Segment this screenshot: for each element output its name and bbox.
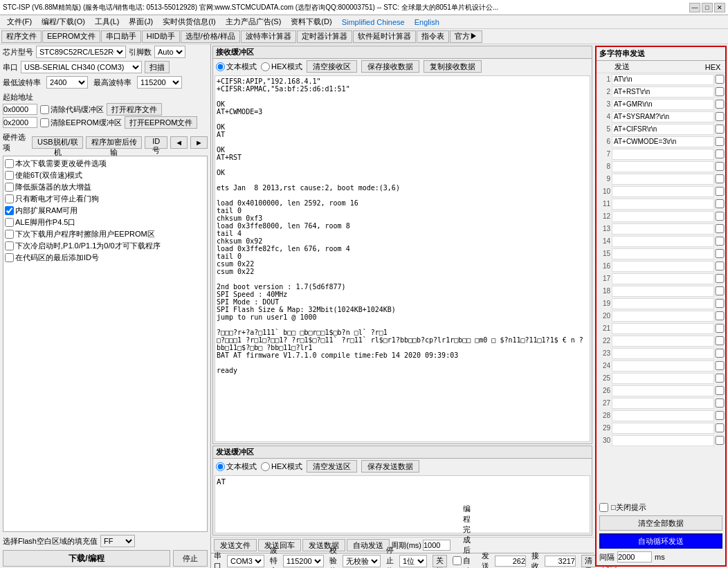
send-text-mode-radio[interactable]	[216, 462, 225, 471]
stop-button[interactable]: 停止	[173, 550, 208, 567]
hw-id-button[interactable]: ID号	[145, 136, 167, 149]
tab-instructions[interactable]: 指令表	[417, 30, 449, 43]
baud-status-select[interactable]: 115200	[283, 555, 324, 567]
multi-row-input-24[interactable]	[612, 360, 714, 372]
multi-row-input-4[interactable]	[612, 111, 714, 122]
send-file-button[interactable]: 发送文件	[214, 539, 257, 551]
check-status-select[interactable]: 无校验	[343, 555, 381, 567]
clear-eeprom-checkbox[interactable]	[40, 118, 49, 127]
menu-tools[interactable]: 工具(L)	[91, 16, 123, 28]
menu-simplified-chinese[interactable]: Simplified Chinese	[338, 17, 409, 27]
clear-send-button[interactable]: 清空发送区	[307, 460, 357, 473]
multi-row-input-1[interactable]	[612, 74, 714, 85]
option-checkbox-7[interactable]	[5, 241, 14, 250]
menu-file[interactable]: 文件(F)	[3, 16, 36, 28]
hw-next-button[interactable]: ►	[190, 136, 208, 149]
multi-row-input-15[interactable]	[612, 248, 714, 259]
pin-count-select[interactable]: Auto	[154, 46, 185, 58]
menu-supply[interactable]: 实时供货信息(I)	[158, 16, 219, 28]
multi-row-input-3[interactable]	[612, 99, 714, 110]
multi-row-input-26[interactable]	[612, 385, 714, 396]
clear-count-button[interactable]: 清零	[581, 555, 596, 567]
tab-serial-helper[interactable]: 串口助手	[101, 30, 141, 43]
multi-row-input-11[interactable]	[612, 199, 714, 210]
period-input[interactable]	[423, 540, 451, 551]
multi-row-input-30[interactable]	[612, 435, 714, 446]
multi-row-input-25[interactable]	[612, 373, 714, 384]
multi-row-input-20[interactable]	[612, 311, 714, 322]
tab-selection[interactable]: 选型/价格/样品	[181, 30, 240, 43]
close-port-button[interactable]: 关闭串口	[433, 555, 447, 567]
recv-hex-mode-radio[interactable]	[261, 62, 270, 71]
interval-input[interactable]	[617, 551, 652, 562]
multi-row-input-22[interactable]	[612, 336, 714, 347]
hw-usb-button[interactable]: USB脱机/联机	[32, 136, 83, 149]
multi-row-input-6[interactable]	[612, 136, 714, 147]
min-baud-select[interactable]: 2400	[46, 76, 88, 89]
option-checkbox-3[interactable]	[5, 194, 14, 203]
multi-row-input-7[interactable]	[612, 149, 714, 160]
multi-row-input-12[interactable]	[612, 211, 714, 222]
recv-textarea[interactable]	[215, 75, 590, 442]
option-checkbox-1[interactable]	[5, 171, 14, 180]
multi-row-check-22[interactable]	[714, 336, 725, 345]
tab-program-file[interactable]: 程序文件	[1, 30, 42, 43]
multi-row-check-10[interactable]	[714, 187, 725, 196]
tab-hid-helper[interactable]: HID助手	[142, 30, 180, 43]
multi-row-check-11[interactable]	[714, 199, 725, 208]
multi-row-input-9[interactable]	[612, 174, 714, 185]
close-prompt-checkbox[interactable]	[599, 503, 608, 512]
addr-input-2[interactable]	[3, 117, 37, 128]
com-status-select[interactable]: COM3	[227, 555, 264, 567]
menu-english[interactable]: English	[410, 17, 444, 27]
option-checkbox-0[interactable]	[5, 159, 14, 168]
multi-row-input-8[interactable]	[612, 161, 714, 172]
option-checkbox-4[interactable]	[5, 206, 14, 215]
multi-row-check-8[interactable]	[714, 162, 725, 171]
multi-row-input-2[interactable]	[612, 86, 714, 98]
multi-row-input-13[interactable]	[612, 223, 714, 235]
tab-eeprom-file[interactable]: EEPROM文件	[42, 30, 100, 43]
menu-program[interactable]: 编程/下载(O)	[37, 16, 89, 28]
max-baud-select[interactable]: 115200	[137, 76, 182, 89]
multi-row-input-14[interactable]	[612, 236, 714, 247]
send-textarea[interactable]	[215, 475, 590, 533]
multi-row-check-16[interactable]	[714, 262, 725, 271]
multi-row-check-21[interactable]	[714, 324, 725, 333]
multi-row-check-9[interactable]	[714, 174, 725, 183]
menu-ads[interactable]: 主力产品广告(S)	[221, 16, 286, 28]
multi-row-check-15[interactable]	[714, 249, 725, 258]
multi-row-check-30[interactable]	[714, 436, 725, 445]
multi-row-input-27[interactable]	[612, 398, 714, 409]
scan-button[interactable]: 扫描	[145, 61, 170, 73]
fill-select[interactable]: FF	[100, 535, 135, 547]
multi-row-input-17[interactable]	[612, 273, 714, 284]
option-checkbox-8[interactable]	[5, 253, 14, 262]
clear-all-data-button[interactable]: 清空全部数据	[599, 515, 722, 531]
open-prog-file-button[interactable]: 打开程序文件	[107, 103, 162, 116]
multi-row-input-23[interactable]	[612, 348, 714, 359]
option-checkbox-5[interactable]	[5, 218, 14, 227]
menu-download[interactable]: 资料下载(D)	[286, 16, 336, 28]
com-select[interactable]: USB-SERIAL CH340 (COM3)	[21, 61, 142, 73]
multi-row-check-7[interactable]	[714, 149, 725, 158]
auto-send-button[interactable]: 自动发送	[347, 539, 390, 551]
recv-text-mode-radio[interactable]	[216, 62, 225, 71]
download-button[interactable]: 下载/编程	[3, 550, 170, 567]
multi-row-check-1[interactable]	[714, 75, 725, 84]
multi-row-check-24[interactable]	[714, 361, 725, 370]
option-checkbox-2[interactable]	[5, 183, 14, 192]
multi-row-check-12[interactable]	[714, 212, 725, 221]
send-data-button[interactable]: 发送数据	[302, 539, 345, 551]
multi-row-check-13[interactable]	[714, 224, 725, 233]
save-recv-button[interactable]: 保存接收数据	[361, 60, 419, 73]
save-send-button[interactable]: 保存发送数据	[361, 460, 419, 473]
multi-row-check-4[interactable]	[714, 112, 725, 121]
multi-row-input-21[interactable]	[612, 323, 714, 334]
hw-prev-button[interactable]: ◄	[170, 136, 188, 149]
multi-row-check-25[interactable]	[714, 374, 725, 383]
multi-row-check-17[interactable]	[714, 274, 725, 283]
multi-row-check-3[interactable]	[714, 100, 725, 109]
tab-timer-calc[interactable]: 定时器计算器	[297, 30, 352, 43]
clear-recv-button[interactable]: 清空接收区	[307, 60, 357, 73]
